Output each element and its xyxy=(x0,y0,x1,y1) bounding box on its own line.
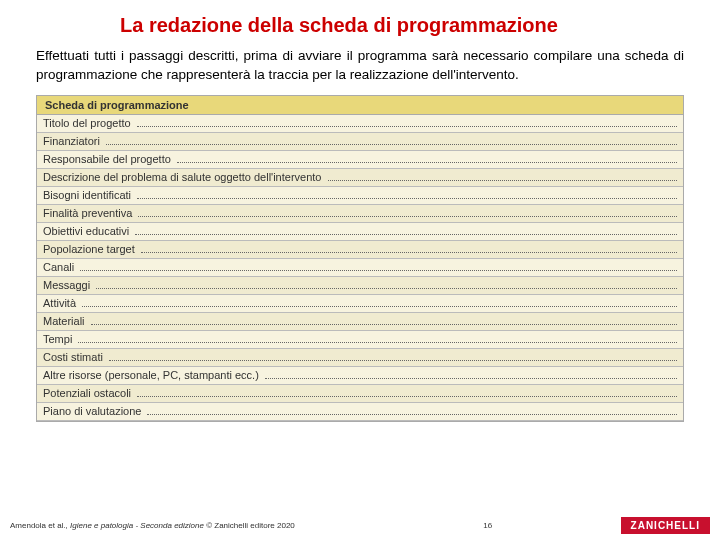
footer-book: Igiene e patologia - Seconda edizione xyxy=(70,521,204,530)
row-label: Titolo del progetto xyxy=(43,117,137,129)
dotted-fill xyxy=(137,388,677,397)
row-label: Responsabile del progetto xyxy=(43,153,177,165)
table-row: Canali xyxy=(37,259,683,277)
table-row: Messaggi xyxy=(37,277,683,295)
table-row: Titolo del progetto xyxy=(37,115,683,133)
table-row: Obiettivi educativi xyxy=(37,223,683,241)
row-label: Potenziali ostacoli xyxy=(43,387,137,399)
programming-sheet-table: Scheda di programmazione Titolo del prog… xyxy=(36,95,684,422)
table-row: Popolazione target xyxy=(37,241,683,259)
row-label: Obiettivi educativi xyxy=(43,225,135,237)
row-label: Materiali xyxy=(43,315,91,327)
dotted-fill xyxy=(147,406,677,415)
row-label: Costi stimati xyxy=(43,351,109,363)
dotted-fill xyxy=(177,154,677,163)
footer: Amendola et al., Igiene e patologia - Se… xyxy=(0,517,720,534)
row-label: Finanziatori xyxy=(43,135,106,147)
row-label: Altre risorse (personale, PC, stampanti … xyxy=(43,369,265,381)
table-row: Descrizione del problema di salute ogget… xyxy=(37,169,683,187)
footer-credits: Amendola et al., Igiene e patologia - Se… xyxy=(10,521,295,530)
dotted-fill xyxy=(109,352,677,361)
table-row: Bisogni identificati xyxy=(37,187,683,205)
dotted-fill xyxy=(96,280,677,289)
slide-title: La redazione della scheda di programmazi… xyxy=(0,0,720,47)
intro-paragraph: Effettuati tutti i passaggi descritti, p… xyxy=(0,47,720,95)
dotted-fill xyxy=(137,190,677,199)
row-label: Popolazione target xyxy=(43,243,141,255)
footer-publisher: © Zanichelli editore 2020 xyxy=(204,521,295,530)
table-row: Piano di valutazione xyxy=(37,403,683,421)
dotted-fill xyxy=(82,298,677,307)
row-label: Bisogni identificati xyxy=(43,189,137,201)
table-row: Materiali xyxy=(37,313,683,331)
dotted-fill xyxy=(106,136,677,145)
footer-authors: Amendola et al., xyxy=(10,521,70,530)
row-label: Attività xyxy=(43,297,82,309)
table-row: Altre risorse (personale, PC, stampanti … xyxy=(37,367,683,385)
row-label: Descrizione del problema di salute ogget… xyxy=(43,171,328,183)
dotted-fill xyxy=(137,118,677,127)
dotted-fill xyxy=(265,370,677,379)
row-label: Piano di valutazione xyxy=(43,405,147,417)
row-label: Finalità preventiva xyxy=(43,207,138,219)
dotted-fill xyxy=(138,208,677,217)
row-label: Messaggi xyxy=(43,279,96,291)
row-label: Canali xyxy=(43,261,80,273)
dotted-fill xyxy=(328,172,678,181)
table-row: Costi stimati xyxy=(37,349,683,367)
publisher-logo: ZANICHELLI xyxy=(621,517,710,534)
table-header: Scheda di programmazione xyxy=(37,96,683,115)
dotted-fill xyxy=(135,226,677,235)
page-number: 16 xyxy=(295,521,621,530)
table-row: Responsabile del progetto xyxy=(37,151,683,169)
dotted-fill xyxy=(78,334,677,343)
table-row: Finanziatori xyxy=(37,133,683,151)
table-row: Tempi xyxy=(37,331,683,349)
table-row: Attività xyxy=(37,295,683,313)
dotted-fill xyxy=(80,262,677,271)
table-row: Potenziali ostacoli xyxy=(37,385,683,403)
table-row: Finalità preventiva xyxy=(37,205,683,223)
row-label: Tempi xyxy=(43,333,78,345)
dotted-fill xyxy=(141,244,677,253)
dotted-fill xyxy=(91,316,677,325)
